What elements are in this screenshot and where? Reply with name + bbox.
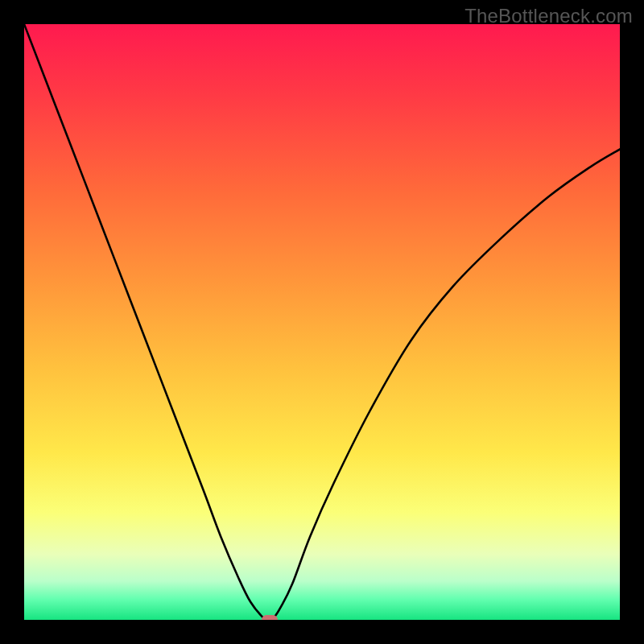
bottleneck-curve — [24, 24, 620, 620]
watermark-text: TheBottleneck.com — [464, 5, 633, 27]
chart-frame: TheBottleneck.com — [0, 0, 644, 644]
curve-layer — [24, 24, 620, 620]
plot-area — [24, 24, 620, 620]
optimum-marker — [262, 615, 278, 620]
